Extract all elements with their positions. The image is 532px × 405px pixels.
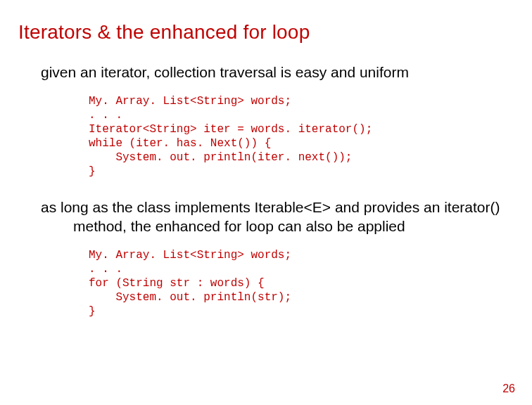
code-block-1: My. Array. List<String> words; . . . Ite… <box>89 94 514 179</box>
code-block-2: My. Array. List<String> words; . . . for… <box>89 248 514 319</box>
paragraph-2: as long as the class implements Iterable… <box>41 198 514 236</box>
page-number: 26 <box>502 382 515 395</box>
slide-title: Iterators & the enhanced for loop <box>18 21 514 44</box>
slide: Iterators & the enhanced for loop given … <box>0 0 532 405</box>
paragraph-1: given an iterator, collection traversal … <box>41 63 514 82</box>
